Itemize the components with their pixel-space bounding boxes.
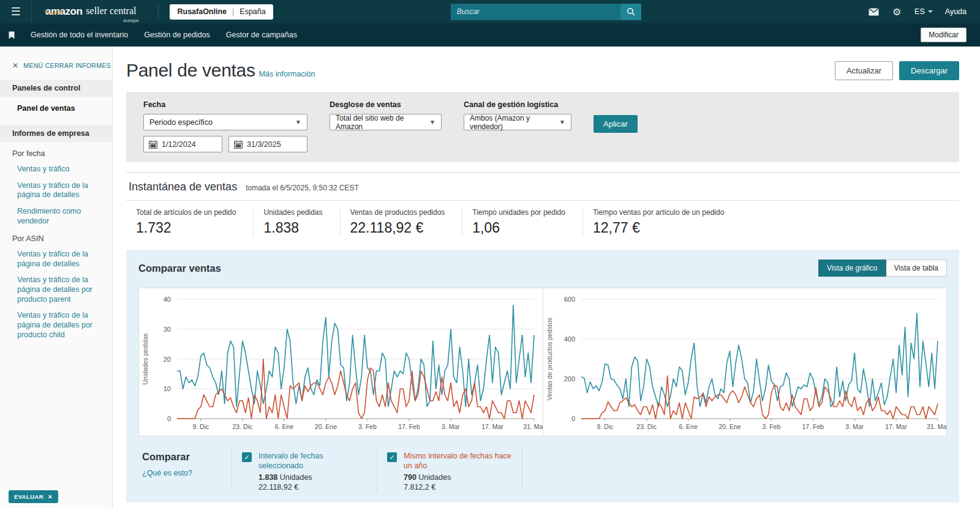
svg-text:3. Feb: 3. Feb	[763, 423, 781, 430]
compare-sales-section: Comparar ventas Vista de gráfico Vista d…	[126, 250, 959, 502]
calendar-icon	[234, 140, 243, 149]
fulfillment-channel-select[interactable]: Ambos (Amazon y vendedor) ▼	[464, 114, 571, 130]
search-input[interactable]	[451, 4, 620, 20]
stat-label: Unidades pedidas	[263, 208, 322, 217]
svg-text:9. Dic: 9. Dic	[597, 423, 613, 430]
breakdown-value: Total del sitio web de Amazon	[336, 114, 423, 131]
sidebar-close-menu[interactable]: ✕ MENÚ CERRAR INFORMES	[0, 61, 112, 70]
secondary-navigation-bar: Gestión de todo el inventario Gestión de…	[0, 23, 980, 47]
stat-avg-units-per-order: Tiempo unidades por pedido 1,06	[462, 208, 582, 236]
svg-text:17. Mar: 17. Mar	[885, 423, 907, 430]
help-link[interactable]: Ayuda	[945, 7, 967, 16]
units-ordered-chart: 0102030409. Dic23. Dic6. Ene20. Ene3. Fe…	[139, 288, 543, 436]
apply-button[interactable]: Aplicar	[594, 115, 638, 133]
sidebar-item-sales-dashboard[interactable]: Panel de ventas	[0, 97, 112, 115]
page-title: Panel de ventas	[126, 60, 255, 81]
table-view-button[interactable]: Vista de tabla	[886, 260, 948, 277]
nav-item-inventory[interactable]: Gestión de todo el inventario	[31, 31, 128, 39]
stat-units-ordered: Unidades pedidas 1.838	[253, 208, 339, 236]
svg-text:30: 30	[164, 326, 171, 333]
svg-text:3. Mar: 3. Mar	[442, 423, 460, 430]
more-info-link[interactable]: Más información	[259, 70, 315, 78]
svg-text:3. Mar: 3. Mar	[845, 423, 864, 430]
sidebar-group-business-reports: Informes de empresa	[0, 125, 112, 142]
divider: |	[232, 7, 234, 16]
svg-text:31. Mar: 31. Mar	[927, 423, 946, 430]
svg-text:20: 20	[164, 356, 171, 363]
divider	[158, 4, 159, 19]
graph-view-button[interactable]: Vista de gráfico	[818, 260, 886, 277]
search-button[interactable]	[620, 4, 641, 20]
settings-gear-icon[interactable]: ⚙	[891, 7, 902, 17]
current-period-sales: 22.118,92 €	[258, 483, 368, 491]
svg-text:17. Feb: 17. Feb	[802, 423, 824, 430]
amazon-smile-icon	[44, 10, 62, 15]
sidebar-item-detail-page-child[interactable]: Ventas y tráfico de la página de detalle…	[0, 305, 112, 341]
search-icon	[627, 7, 635, 16]
marketplace-name: España	[239, 7, 265, 16]
stat-value: 22.118,92 €	[350, 220, 445, 236]
account-marketplace-switcher[interactable]: RusafaOnline | España	[170, 4, 273, 20]
nav-item-orders[interactable]: Gestión de pedidos	[144, 31, 210, 39]
language-code: ES	[914, 7, 925, 16]
legend-previous-year: ✓ Mismo intervalo de fechas hace un año …	[377, 449, 522, 491]
svg-text:6. Ene: 6. Ene	[275, 423, 294, 430]
stat-value: 1.838	[263, 220, 322, 236]
legend-spacer	[522, 449, 947, 491]
download-button[interactable]: Descargar	[899, 61, 959, 80]
sales-snapshot-section: Instantánea de ventas tomada el 6/5/2025…	[126, 172, 959, 245]
sidebar-item-seller-performance[interactable]: Rendimiento como vendedor	[0, 201, 112, 227]
amazon-seller-central-logo: amazon seller central europe	[32, 6, 147, 18]
compare-legend-row: Comparar ¿Qué es esto? ✓ Intervalo de fe…	[138, 443, 947, 491]
nav-item-campaigns[interactable]: Gestor de campañas	[226, 31, 297, 39]
previous-year-checkbox[interactable]: ✓	[387, 452, 397, 462]
close-icon[interactable]: ✕	[48, 494, 53, 500]
seller-central-logo-text: seller central	[86, 6, 136, 17]
svg-text:6. Ene: 6. Ene	[679, 423, 698, 430]
product-sales-chart: 02004006009. Dic23. Dic6. Ene20. Ene3. F…	[543, 288, 946, 436]
sidebar-label-by-asin: Por ASIN	[0, 227, 112, 244]
stat-label: Tiempo ventas por artículo de un pedido	[593, 208, 724, 217]
stat-value: 12,77 €	[593, 220, 724, 236]
stat-total-order-items: Total de artículos de un pedido 1.732	[126, 208, 253, 236]
previous-year-label: Mismo intervalo de fechas hace un año	[404, 451, 513, 471]
svg-text:Ventas de productos pedidos: Ventas de productos pedidos	[546, 318, 553, 400]
date-from-input[interactable]: 1/12/2024	[143, 136, 222, 152]
messages-icon[interactable]	[868, 7, 879, 17]
view-toggle: Vista de gráfico Vista de tabla	[818, 260, 947, 277]
sidebar-item-detail-page-sales-traffic[interactable]: Ventas y tráfico de la página de detalle…	[0, 176, 112, 201]
sidebar-item-sales-traffic[interactable]: Ventas y tráfico	[0, 159, 112, 176]
svg-text:400: 400	[564, 335, 575, 343]
svg-text:23. Dic: 23. Dic	[636, 423, 657, 430]
current-period-checkbox[interactable]: ✓	[242, 452, 252, 462]
stat-ordered-product-sales: Ventas de productos pedidos 22.118,92 €	[340, 208, 462, 236]
svg-text:40: 40	[164, 296, 171, 303]
svg-text:200: 200	[564, 375, 575, 383]
modify-button[interactable]: Modificar	[921, 28, 967, 42]
chevron-down-icon: ▼	[295, 119, 301, 125]
main-content: Panel de ventas Más información Actualiz…	[113, 47, 980, 508]
hamburger-menu-icon[interactable]: ☰	[0, 0, 32, 23]
date-to-input[interactable]: 31/3/2025	[228, 136, 307, 152]
global-search	[451, 4, 641, 20]
sidebar-label-by-date: Por fecha	[0, 142, 112, 159]
top-navigation-bar: ☰ amazon seller central europe RusafaOnl…	[0, 0, 980, 23]
svg-text:Unidades pedidas: Unidades pedidas	[141, 333, 149, 384]
evaluate-feedback-badge[interactable]: EVALUAR ✕	[9, 490, 58, 503]
snapshot-timestamp: tomada el 6/5/2025, 9:50:32 CEST	[246, 184, 359, 192]
date-period-select[interactable]: Periodo específico ▼	[143, 114, 307, 130]
reports-sidebar: ✕ MENÚ CERRAR INFORMES Paneles de contro…	[0, 47, 113, 508]
bookmark-icon[interactable]	[9, 31, 15, 39]
legend-current-period: ✓ Intervalo de fechas seleccionado 1.838…	[232, 449, 377, 491]
sidebar-item-detail-page-by-asin[interactable]: Ventas y tráfico de la página de detalle…	[0, 244, 112, 270]
sales-breakdown-select[interactable]: Total del sitio web de Amazon ▼	[330, 114, 442, 130]
what-is-this-link[interactable]: ¿Qué es esto?	[142, 469, 225, 477]
sidebar-item-detail-page-parent[interactable]: Ventas y tráfico de la página de detalle…	[0, 270, 112, 305]
chevron-down-icon: ▼	[559, 119, 565, 125]
svg-text:23. Dic: 23. Dic	[233, 423, 253, 430]
svg-text:0: 0	[571, 415, 575, 422]
language-selector[interactable]: ES	[914, 7, 933, 16]
topbar-right-controls: ⚙ ES Ayuda	[868, 7, 980, 17]
account-name: RusafaOnline	[177, 7, 227, 16]
refresh-button[interactable]: Actualizar	[835, 61, 893, 80]
